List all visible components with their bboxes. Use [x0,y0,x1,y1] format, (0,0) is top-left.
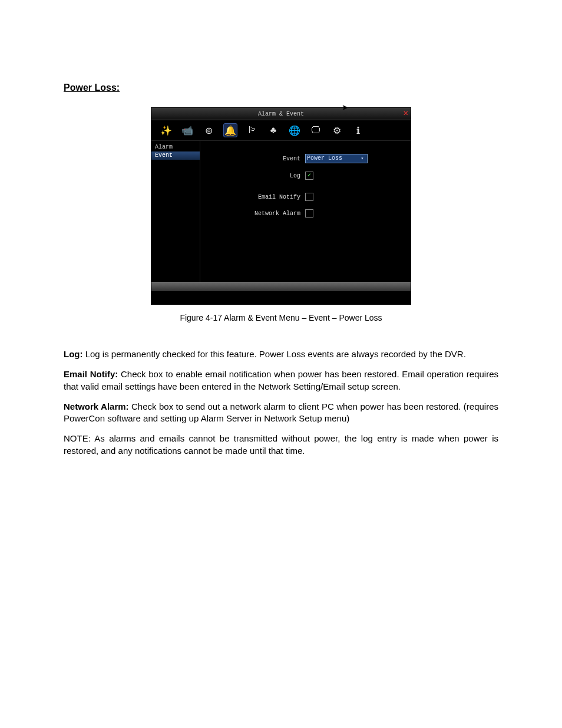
row-email: Email Notify [200,193,411,201]
app-window: Alarm & Event ✕ ✨ 📹 ⊚ 🔔 🏳 ♣ 🌐 🖵 ⚙ ℹ Alar… [151,107,411,305]
status-bar [151,282,411,291]
content-row: Alarm Event Event Power Loss ▾ Log ✓ [151,141,411,282]
title-bar: Alarm & Event ✕ [151,108,411,120]
window-title: Alarm & Event [258,111,304,117]
sidebar-item-event[interactable]: Event [151,151,200,160]
paragraph-network: Network Alarm: Check box to send out a n… [64,401,498,425]
body-text: Log: Log is permanently checked for this… [64,348,498,457]
section-heading: Power Loss: [64,83,498,93]
event-label: Event [200,156,305,162]
network-icon[interactable]: ♣ [267,124,280,137]
paragraph-note: NOTE: As alarms and emails cannot be tra… [64,433,498,457]
info-icon[interactable]: ℹ [352,124,365,137]
monitor-icon[interactable]: 🖵 [309,124,322,137]
network-alarm-checkbox[interactable] [305,209,313,218]
paragraph-log: Log: Log is permanently checked for this… [64,348,498,360]
gear-icon[interactable]: ⚙ [330,124,343,137]
sidebar-item-alarm[interactable]: Alarm [151,143,200,151]
paragraph-email: Email Notify: Check box to enable email … [64,368,498,393]
disc-icon[interactable]: ⊚ [202,124,215,137]
close-icon[interactable]: ✕ [404,109,408,117]
log-checkbox[interactable]: ✓ [305,172,313,180]
row-log: Log ✓ [200,172,411,180]
figure: Alarm & Event ✕ ✨ 📹 ⊚ 🔔 🏳 ♣ 🌐 🖵 ⚙ ℹ Alar… [64,104,498,348]
figure-caption: Figure 4-17 Alarm & Event Menu – Event –… [180,313,382,322]
settings-panel: Event Power Loss ▾ Log ✓ Email Notify [200,141,411,282]
event-select[interactable]: Power Loss ▾ [305,154,368,163]
network-alarm-label: Network Alarm [200,210,305,217]
bell-icon[interactable]: 🔔 [223,123,237,137]
camera-icon[interactable]: 📹 [181,124,194,137]
event-select-value: Power Loss [307,154,342,163]
email-notify-checkbox[interactable] [305,193,313,201]
log-label: Log [200,173,305,179]
email-notify-label: Email Notify [200,194,305,200]
globe-icon[interactable]: 🌐 [288,124,301,137]
flag-icon[interactable]: 🏳 [246,124,259,137]
window-bottom-border [151,291,411,304]
chevron-down-icon: ▾ [359,154,366,163]
sidebar: Alarm Event [151,141,200,282]
sparkle-icon[interactable]: ✨ [160,124,173,137]
row-network-alarm: Network Alarm [200,209,411,218]
toolbar: ✨ 📹 ⊚ 🔔 🏳 ♣ 🌐 🖵 ⚙ ℹ [151,120,411,141]
row-event: Event Power Loss ▾ [200,154,411,163]
